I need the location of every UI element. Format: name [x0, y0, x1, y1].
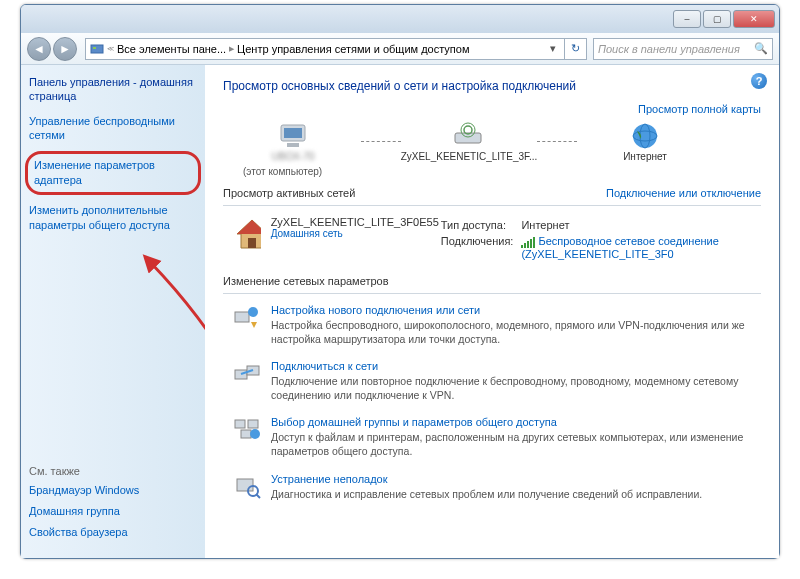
pc-icon: [275, 121, 311, 151]
help-icon[interactable]: ?: [751, 73, 767, 89]
search-placeholder: Поиск в панели управления: [598, 43, 740, 55]
page-title: Просмотр основных сведений о сети и наст…: [223, 79, 761, 93]
back-button[interactable]: ◄: [27, 37, 51, 61]
homegroup-icon: [233, 416, 261, 442]
task-new-connection[interactable]: Настройка нового подключения или сети На…: [233, 304, 761, 346]
see-also-heading: См. также: [29, 465, 197, 477]
network-name: ZyXEL_KEENETIC_LITE_3F0E55: [271, 216, 439, 228]
svg-rect-16: [235, 420, 245, 428]
svg-rect-18: [241, 430, 251, 438]
task-title: Подключиться к сети: [271, 360, 761, 372]
see-also-homegroup[interactable]: Домашняя группа: [29, 504, 197, 519]
active-network-row: ZyXEL_KEENETIC_LITE_3F0E55 Домашняя сеть…: [233, 216, 761, 263]
connect-icon: [233, 360, 261, 386]
task-title: Устранение неполадок: [271, 473, 702, 485]
task-desc: Диагностика и исправление сетевых пробле…: [271, 487, 702, 501]
control-panel-icon: [90, 42, 104, 56]
task-troubleshoot[interactable]: Устранение неполадок Диагностика и испра…: [233, 473, 761, 501]
window-body: Панель управления - домашняя страница Уп…: [21, 65, 779, 558]
svg-rect-14: [235, 370, 247, 379]
change-settings-heading: Изменение сетевых параметров: [223, 275, 761, 287]
connection-info: Тип доступа:Интернет Подключения:Беспров…: [439, 216, 761, 263]
connect-disconnect-link[interactable]: Подключение или отключение: [606, 187, 761, 199]
full-map-link[interactable]: Просмотр полной карты: [638, 103, 761, 115]
search-icon: 🔍: [754, 42, 768, 55]
globe-icon: [627, 121, 663, 151]
svg-point-8: [633, 124, 657, 148]
svg-rect-20: [237, 479, 253, 491]
task-connect-network[interactable]: Подключиться к сети Подключение или повт…: [233, 360, 761, 402]
highlight-annotation: Изменение параметров адаптера: [25, 151, 201, 195]
address-dropdown-icon[interactable]: ▾: [546, 42, 560, 55]
signal-bars-icon: [521, 237, 535, 248]
task-title: Выбор домашней группы и параметров общег…: [271, 416, 761, 428]
refresh-button[interactable]: ↻: [565, 38, 587, 60]
node-router[interactable]: ZyXEL_KEENETIC_LITE_3F...: [409, 121, 529, 162]
task-title: Настройка нового подключения или сети: [271, 304, 761, 316]
sidebar-link-wireless[interactable]: Управление беспроводными сетями: [29, 114, 197, 144]
see-also-firewall[interactable]: Брандмауэр Windows: [29, 483, 197, 498]
router-icon: [451, 121, 487, 151]
chevron-right-icon: ▶: [229, 45, 234, 53]
network-map: UBOX-70 ZyXEL_KEENETIC_LITE_3F... Интерн…: [233, 121, 761, 162]
home-network-icon: [233, 216, 261, 252]
node-this-pc[interactable]: UBOX-70: [233, 121, 353, 162]
task-homegroup[interactable]: Выбор домашней группы и параметров общег…: [233, 416, 761, 458]
forward-button[interactable]: ►: [53, 37, 77, 61]
troubleshoot-icon: [233, 473, 261, 499]
svg-point-13: [248, 307, 258, 317]
svg-point-19: [250, 429, 260, 439]
see-also-browser[interactable]: Свойства браузера: [29, 525, 197, 540]
titlebar: – ▢ ✕: [21, 5, 779, 33]
this-pc-caption: (этот компьютер): [243, 166, 761, 177]
sidebar-link-sharing[interactable]: Изменить дополнительные параметры общего…: [29, 203, 197, 233]
chevron-icon: ≪: [107, 45, 114, 53]
window-frame: – ▢ ✕ ◄ ► ≪ Все элементы пане... ▶ Центр…: [20, 4, 780, 559]
sidebar-link-adapter-settings[interactable]: Изменение параметров адаптера: [34, 158, 192, 188]
task-desc: Доступ к файлам и принтерам, расположенн…: [271, 430, 761, 458]
toolbar: ◄ ► ≪ Все элементы пане... ▶ Центр управ…: [21, 33, 779, 65]
svg-rect-12: [235, 312, 249, 322]
task-desc: Подключение или повторное подключение к …: [271, 374, 761, 402]
see-also-section: См. также Брандмауэр Windows Домашняя гр…: [29, 465, 197, 546]
maximize-button[interactable]: ▢: [703, 10, 731, 28]
sidebar: Панель управления - домашняя страница Уп…: [21, 65, 205, 558]
svg-rect-0: [91, 45, 103, 53]
breadcrumb-seg2[interactable]: Центр управления сетями и общим доступом: [237, 43, 469, 55]
svg-rect-17: [248, 420, 258, 428]
access-value: Интернет: [521, 218, 759, 232]
svg-rect-3: [284, 128, 302, 138]
minimize-button[interactable]: –: [673, 10, 701, 28]
svg-rect-4: [287, 143, 299, 147]
network-type-link[interactable]: Домашняя сеть: [271, 228, 439, 239]
main-content: ? Просмотр основных сведений о сети и на…: [205, 65, 779, 558]
new-connection-icon: [233, 304, 261, 330]
breadcrumb-seg1[interactable]: Все элементы пане...: [117, 43, 226, 55]
address-bar[interactable]: ≪ Все элементы пане... ▶ Центр управлени…: [85, 38, 565, 60]
close-button[interactable]: ✕: [733, 10, 775, 28]
svg-line-22: [256, 494, 260, 498]
sidebar-heading[interactable]: Панель управления - домашняя страница: [29, 75, 197, 104]
task-desc: Настройка беспроводного, широкополосного…: [271, 318, 761, 346]
node-internet[interactable]: Интернет: [585, 121, 705, 162]
svg-rect-11: [248, 238, 256, 248]
active-networks-heading: Просмотр активных сетей: [223, 187, 355, 199]
connection-link[interactable]: Беспроводное сетевое соединение (ZyXEL_K…: [521, 234, 759, 261]
svg-rect-1: [93, 47, 96, 49]
search-input[interactable]: Поиск в панели управления 🔍: [593, 38, 773, 60]
